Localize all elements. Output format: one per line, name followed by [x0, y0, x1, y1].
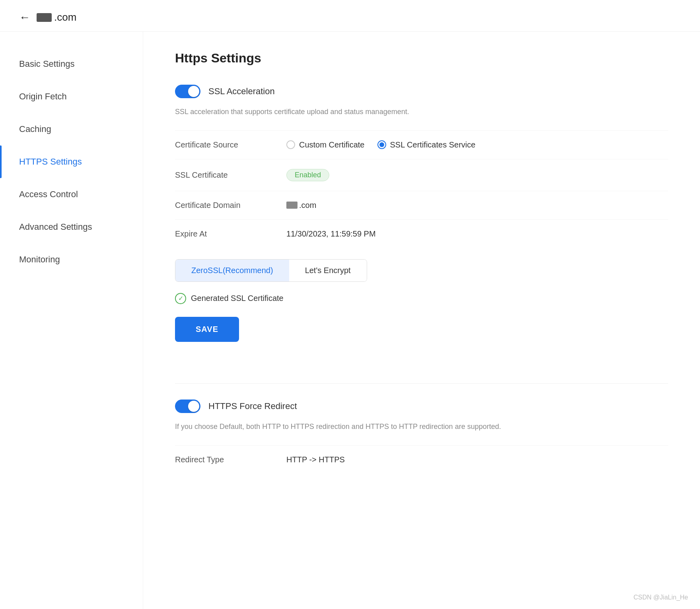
sidebar-label-advanced-settings: Advanced Settings: [19, 222, 92, 232]
domain-redacted-inline: [286, 202, 298, 209]
sidebar-label-monitoring: Monitoring: [19, 254, 60, 265]
redirect-type-value: HTTP -> HTTPS: [286, 455, 345, 464]
sidebar-label-caching: Caching: [19, 124, 51, 134]
certificate-source-row: Certificate Source Custom Certificate SS…: [175, 130, 668, 159]
back-button[interactable]: ←: [19, 12, 30, 23]
radio-custom-certificate[interactable]: Custom Certificate: [286, 140, 365, 149]
certificate-domain-row: Certificate Domain .com: [175, 191, 668, 219]
radio-label-ssl-service: SSL Certificates Service: [390, 140, 476, 149]
ssl-acceleration-section: SSL Acceleration SSL acceleration that s…: [175, 85, 668, 364]
ssl-acceleration-description: SSL acceleration that supports certifica…: [175, 106, 668, 118]
ssl-certificate-label: SSL Certificate: [175, 171, 286, 180]
radio-label-custom: Custom Certificate: [299, 140, 365, 149]
ssl-acceleration-toggle[interactable]: [175, 85, 200, 98]
certificate-domain-value: .com: [286, 201, 316, 210]
radio-ssl-service[interactable]: SSL Certificates Service: [377, 140, 476, 149]
main-layout: Basic Settings Origin Fetch Caching HTTP…: [0, 32, 700, 609]
domain-redacted-block: [37, 13, 52, 22]
redirect-type-row: Redirect Type HTTP -> HTTPS: [175, 445, 668, 474]
ssl-certificate-row: SSL Certificate Enabled: [175, 159, 668, 191]
redirect-type-label: Redirect Type: [175, 455, 286, 464]
tab-letsencrypt[interactable]: Let's Encrypt: [289, 260, 367, 281]
sidebar-item-origin-fetch[interactable]: Origin Fetch: [0, 80, 143, 113]
sidebar-label-access-control: Access Control: [19, 189, 78, 200]
radio-circle-custom: [286, 140, 295, 149]
top-bar: ← .com: [0, 0, 700, 32]
app-container: ← .com Basic Settings Origin Fetch Cachi…: [0, 0, 700, 609]
https-redirect-toggle[interactable]: [175, 400, 200, 413]
ssl-certificate-value: Enabled: [286, 169, 329, 181]
certificate-domain-label: Certificate Domain: [175, 201, 286, 210]
domain-tld-inline: .com: [299, 201, 316, 210]
radio-circle-ssl-service: [377, 140, 386, 149]
https-redirect-section: HTTPS Force Redirect If you choose Defau…: [175, 400, 668, 474]
generated-ssl-row: ✓ Generated SSL Certificate: [175, 293, 668, 304]
save-button[interactable]: SAVE: [175, 317, 239, 342]
footer-credit: CSDN @JiaLin_He: [634, 594, 688, 601]
sidebar-label-basic-settings: Basic Settings: [19, 59, 74, 69]
https-redirect-description: If you choose Default, both HTTP to HTTP…: [175, 421, 668, 433]
toggle-thumb-redirect: [188, 401, 199, 412]
expire-at-value: 11/30/2023, 11:59:59 PM: [286, 229, 376, 239]
content-area: Https Settings SSL Acceleration SSL acce…: [143, 32, 700, 609]
check-circle-icon: ✓: [175, 293, 186, 304]
sidebar: Basic Settings Origin Fetch Caching HTTP…: [0, 32, 143, 609]
ssl-acceleration-toggle-row: SSL Acceleration: [175, 85, 668, 98]
certificate-source-label: Certificate Source: [175, 140, 286, 149]
expire-at-row: Expire At 11/30/2023, 11:59:59 PM: [175, 219, 668, 248]
ssl-acceleration-label: SSL Acceleration: [208, 86, 275, 97]
section-divider: [175, 383, 668, 384]
sidebar-item-monitoring[interactable]: Monitoring: [0, 243, 143, 276]
toggle-thumb: [188, 86, 199, 97]
sidebar-item-advanced-settings[interactable]: Advanced Settings: [0, 211, 143, 243]
generated-ssl-label: Generated SSL Certificate: [191, 294, 284, 303]
tab-zeross[interactable]: ZeroSSL(Recommend): [175, 260, 289, 281]
sidebar-label-https-settings: HTTPS Settings: [19, 157, 82, 167]
sidebar-label-origin-fetch: Origin Fetch: [19, 91, 67, 102]
expire-at-label: Expire At: [175, 229, 286, 239]
domain-name: .com: [37, 11, 76, 23]
certificate-source-value: Custom Certificate SSL Certificates Serv…: [286, 140, 475, 149]
page-title: Https Settings: [175, 51, 668, 66]
domain-tld: .com: [54, 11, 76, 23]
https-redirect-toggle-row: HTTPS Force Redirect: [175, 400, 668, 413]
sidebar-item-basic-settings[interactable]: Basic Settings: [0, 48, 143, 80]
https-redirect-label: HTTPS Force Redirect: [208, 401, 297, 411]
sidebar-item-caching[interactable]: Caching: [0, 113, 143, 145]
ssl-provider-tabs: ZeroSSL(Recommend) Let's Encrypt: [175, 259, 367, 282]
ssl-certificate-badge: Enabled: [286, 169, 329, 181]
sidebar-item-https-settings[interactable]: HTTPS Settings: [0, 145, 143, 178]
sidebar-item-access-control[interactable]: Access Control: [0, 178, 143, 211]
